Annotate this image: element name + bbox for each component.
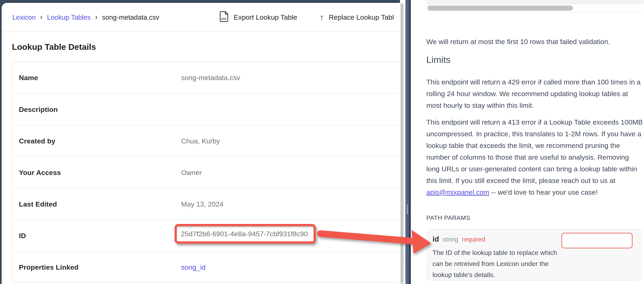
lookup-table-window: Lexicon › Lookup Tables › song-metadata.…	[2, 3, 400, 284]
limits-heading: Limits	[426, 54, 450, 65]
param-id-input[interactable]	[562, 233, 632, 248]
row-label: Description	[19, 106, 58, 114]
mixpanel-email-link[interactable]: apis@mixpanel.com	[426, 188, 489, 196]
detail-row-last-edited: Last Edited May 13, 2024	[12, 188, 400, 220]
page-title: Lookup Table Details	[12, 42, 96, 52]
screenshot-root: Lexicon › Lookup Tables › song-metadata.…	[0, 0, 644, 284]
param-type: string	[443, 236, 458, 243]
row-value: Chua, Kurby	[181, 137, 220, 145]
split-divider	[406, 0, 410, 284]
limits-paragraph-1: This endpoint will return a 429 error if…	[426, 76, 643, 111]
detail-row-description: Description	[12, 93, 400, 125]
row-label: Last Edited	[19, 200, 57, 208]
detail-row-properties-linked: Properties Linked song_id	[12, 251, 400, 283]
limits-paragraph-2: This endpoint will return a 413 error if…	[426, 116, 643, 198]
param-required-badge: required	[462, 236, 486, 243]
param-header: id string required	[432, 235, 486, 243]
song-id-link[interactable]: song_id	[181, 263, 206, 271]
upload-arrow-icon: ↑	[320, 12, 324, 22]
row-label: ID	[19, 232, 26, 240]
docs-intro-text: We will return at most the first 10 rows…	[426, 36, 643, 47]
horizontal-scrollbar-thumb[interactable]	[428, 5, 573, 11]
param-name: id	[432, 235, 439, 243]
replace-button-label: Replace Lookup Tabl	[329, 13, 394, 21]
path-params-heading: PATH PARAMS	[426, 214, 470, 221]
row-value: Owner	[181, 169, 202, 177]
row-label: Your Access	[19, 169, 61, 177]
code-block-bottom-edge	[426, 0, 644, 4]
detail-row-your-access: Your Access Owner	[12, 156, 400, 188]
docs-panel: We will return at most the first 10 rows…	[411, 0, 644, 284]
path-param-card: id string required The ID of the lookup …	[427, 229, 642, 281]
detail-row-created-by: Created by Chua, Kurby	[12, 125, 400, 156]
divider-drag-handle[interactable]	[407, 204, 408, 214]
row-label: Properties Linked	[19, 263, 79, 271]
chevron-right-icon: ›	[95, 13, 97, 21]
breadcrumb-lookup-tables[interactable]: Lookup Tables	[47, 13, 90, 21]
param-description: The ID of the lookup table to replace wh…	[432, 247, 568, 280]
limits-paragraph-2-text: This endpoint will return a 413 error if…	[426, 118, 643, 184]
detail-row-name: Name song-metadata.csv	[12, 62, 400, 93]
lookup-table-details-card: Name song-metadata.csv Description Creat…	[12, 61, 400, 283]
chevron-right-icon: ›	[40, 13, 42, 21]
left-pane-scrollbar-thumb[interactable]	[400, 3, 404, 284]
row-label: Created by	[19, 137, 56, 145]
export-lookup-table-button[interactable]: csv Export Lookup Table	[219, 3, 297, 32]
breadcrumb: Lexicon › Lookup Tables › song-metadata.…	[12, 3, 159, 32]
breadcrumb-lexicon[interactable]: Lexicon	[12, 13, 36, 21]
svg-text:csv: csv	[221, 17, 226, 20]
limits-paragraph-2-tail: -- we'd love to hear your use case!	[489, 188, 598, 196]
row-label: Name	[19, 74, 38, 82]
csv-file-icon: csv	[219, 11, 229, 24]
row-value: song-metadata.csv	[181, 74, 240, 82]
row-value: May 13, 2024	[181, 200, 224, 208]
export-button-label: Export Lookup Table	[234, 13, 297, 21]
window-header: Lexicon › Lookup Tables › song-metadata.…	[2, 3, 400, 32]
breadcrumb-current-file: song-metadata.csv	[102, 13, 159, 21]
detail-row-id: ID	[12, 220, 400, 251]
replace-lookup-table-button[interactable]: ↑ Replace Lookup Tabl	[320, 3, 400, 32]
